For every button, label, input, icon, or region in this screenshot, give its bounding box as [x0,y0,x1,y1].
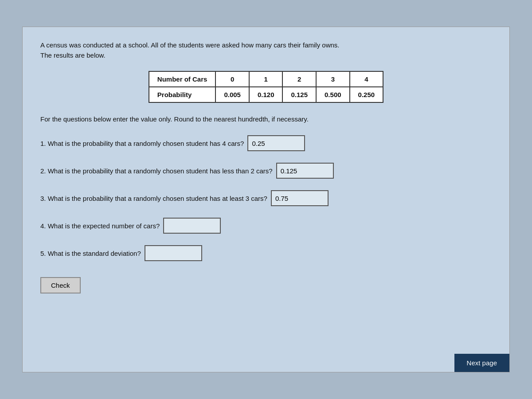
intro-text: A census was conducted at a school. All … [40,40,492,60]
probability-label: Probability [149,87,216,102]
col-header-value: 2 [282,71,316,87]
col-header-value: 4 [350,71,383,87]
question-text-3: 3. What is the probability that a random… [40,195,267,202]
answer-input-5[interactable] [145,245,202,261]
instructions-text: For the questions below enter the value … [40,115,492,123]
answer-input-1[interactable] [247,135,305,151]
question-text-2: 2. What is the probability that a random… [40,167,273,175]
probability-value: 0.125 [282,87,316,102]
col-header-value: 1 [249,71,283,87]
answer-input-4[interactable] [163,218,221,234]
answer-input-2[interactable] [276,163,334,179]
question-text-4: 4. What is the expected number of cars? [40,222,160,230]
col-header-label: Number of Cars [149,71,216,87]
question-block-1: 1. What is the probability that a random… [40,135,492,151]
table-wrapper: Number of Cars01234Probability0.0050.120… [40,71,492,103]
question-text-1: 1. What is the probability that a random… [40,140,244,147]
probability-value: 0.250 [350,87,383,102]
question-block-3: 3. What is the probability that a random… [40,190,492,206]
question-block-5: 5. What is the standard deviation? [40,245,492,261]
intro-line1: A census was conducted at a school. All … [40,40,492,51]
probability-value: 0.500 [316,87,350,102]
question-block-4: 4. What is the expected number of cars? [40,218,492,234]
next-page-button[interactable]: Next page [454,354,509,372]
main-card: A census was conducted at a school. All … [22,27,510,372]
probability-value: 0.120 [249,87,283,102]
check-button[interactable]: Check [40,277,81,293]
question-text-5: 5. What is the standard deviation? [40,250,141,257]
col-header-value: 3 [316,71,350,87]
answer-input-3[interactable] [271,190,329,206]
question-block-2: 2. What is the probability that a random… [40,163,492,179]
probability-table: Number of Cars01234Probability0.0050.120… [149,71,383,103]
intro-line2: The results are below. [40,51,492,61]
col-header-value: 0 [215,71,249,87]
probability-value: 0.005 [215,87,249,102]
